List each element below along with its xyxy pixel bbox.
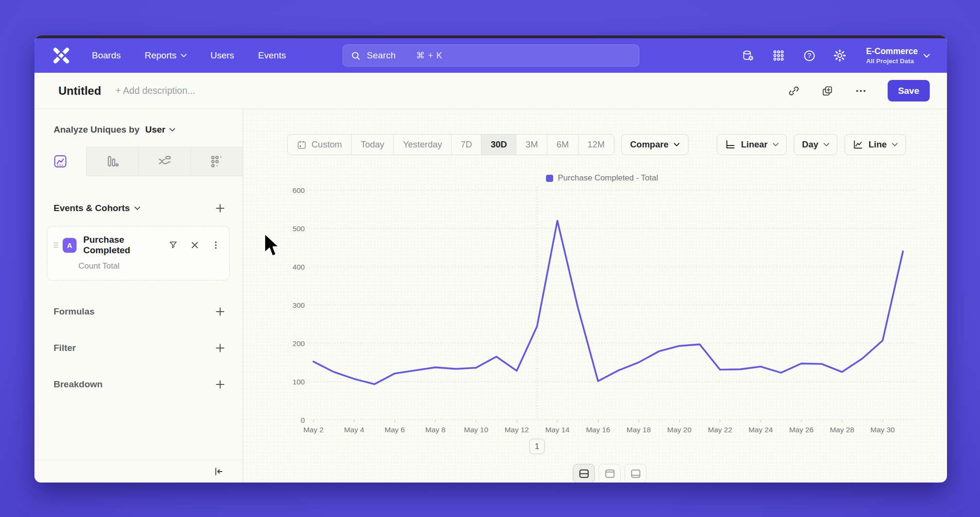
range-6m[interactable]: 6M — [547, 135, 578, 155]
range-label: 12M — [588, 139, 605, 150]
analyze-value-label: User — [145, 124, 166, 135]
search-bar[interactable]: ⌘ + K — [343, 45, 639, 67]
range-7d[interactable]: 7D — [451, 135, 481, 155]
line-chart[interactable]: 0100200300400500600May 2May 4May 6May 8M… — [281, 184, 947, 461]
top-panel-icon[interactable] — [599, 464, 621, 483]
nav-item-label: Reports — [145, 50, 177, 61]
data-icon[interactable] — [740, 47, 756, 64]
events-cohorts-title[interactable]: Events & Cohorts — [54, 203, 140, 214]
add-filter-button[interactable] — [215, 343, 225, 353]
tab-retention[interactable] — [190, 146, 243, 176]
chevron-down-icon — [134, 206, 140, 210]
help-icon[interactable]: ? — [801, 47, 817, 64]
range-custom[interactable]: Custom — [288, 135, 351, 155]
top-nav: Boards Reports Users Events ⌘ + K — [34, 38, 947, 73]
report-type-tabs — [34, 146, 243, 176]
range-30d[interactable]: 30D — [481, 135, 516, 155]
svg-text:May 26: May 26 — [789, 426, 813, 434]
tab-funnels[interactable] — [86, 146, 138, 176]
chevron-down-icon — [924, 54, 930, 58]
interval-selector[interactable]: Day — [794, 134, 837, 155]
kebab-icon[interactable] — [211, 240, 221, 250]
query-sidebar: Analyze Uniques by User — [34, 109, 243, 483]
mixpanel-logo[interactable] — [52, 46, 71, 65]
bottom-panel-icon[interactable] — [624, 464, 646, 483]
plus-icon — [215, 306, 225, 317]
events-cohorts-header: Events & Cohorts — [34, 203, 243, 214]
settings-gear-icon[interactable] — [832, 47, 848, 64]
range-today[interactable]: Today — [351, 135, 393, 155]
formulas-header: Formulas — [34, 306, 243, 317]
apps-grid-icon[interactable] — [770, 47, 787, 64]
svg-text:100: 100 — [292, 378, 305, 386]
project-scope: All Project Data — [866, 57, 918, 65]
analyze-uniques-selector[interactable]: Analyze Uniques by User — [34, 109, 243, 146]
event-name[interactable]: Purchase Completed — [83, 235, 168, 256]
chevron-down-icon — [674, 143, 679, 146]
add-breakdown-button[interactable] — [215, 379, 225, 390]
analyze-value[interactable]: User — [145, 124, 175, 135]
range-label: Yesterday — [403, 139, 442, 150]
nav-item-boards[interactable]: Boards — [92, 50, 121, 61]
svg-text:0: 0 — [301, 416, 305, 424]
flows-tab-icon — [157, 154, 172, 169]
save-button[interactable]: Save — [888, 80, 930, 101]
link-icon[interactable] — [784, 81, 803, 101]
nav-item-users[interactable]: Users — [211, 50, 234, 61]
app-window: Boards Reports Users Events ⌘ + K — [34, 35, 947, 483]
duplicate-icon[interactable] — [818, 81, 837, 101]
split-horizontal-icon[interactable] — [573, 464, 595, 483]
range-label: Custom — [312, 139, 342, 150]
chart-toolbar: Custom Today Yesterday 7D 30D 3M 6M 12M … — [287, 134, 906, 155]
event-letter-badge: A — [63, 238, 77, 253]
svg-text:May 24: May 24 — [748, 426, 773, 434]
add-description[interactable]: + Add description... — [115, 85, 195, 96]
chart-type-selector[interactable]: Line — [845, 134, 906, 155]
filter-funnel-icon[interactable] — [168, 240, 178, 250]
collapse-sidebar-icon[interactable] — [213, 466, 224, 477]
range-label: 7D — [461, 139, 472, 150]
chart-type-label: Line — [869, 139, 887, 150]
event-row-purchase-completed[interactable]: A Purchase Completed Count T — [47, 226, 230, 281]
plus-icon — [215, 203, 225, 214]
nav-item-reports[interactable]: Reports — [145, 50, 187, 61]
svg-text:May 8: May 8 — [425, 426, 445, 434]
event-measurement[interactable]: Count Total — [78, 261, 221, 271]
project-name: E-Commerce — [866, 46, 918, 56]
range-3m[interactable]: 3M — [516, 135, 547, 155]
drag-handle-icon[interactable] — [53, 242, 59, 248]
tab-flows[interactable] — [138, 146, 190, 176]
insights-tab-icon — [53, 154, 67, 169]
svg-text:1: 1 — [535, 442, 539, 451]
search-icon — [351, 51, 361, 61]
line-chart-icon — [853, 139, 863, 150]
range-label: 30D — [490, 139, 507, 150]
range-yesterday[interactable]: Yesterday — [393, 135, 451, 155]
nav-item-label: Users — [211, 50, 234, 61]
svg-text:May 30: May 30 — [870, 426, 895, 434]
add-event-button[interactable] — [215, 203, 225, 214]
scale-selector[interactable]: Linear — [717, 134, 787, 155]
search-input[interactable] — [367, 50, 410, 61]
chart-svg: 0100200300400500600May 2May 4May 6May 8M… — [281, 184, 923, 459]
close-icon[interactable] — [190, 240, 200, 250]
svg-text:May 14: May 14 — [545, 426, 569, 434]
nav-item-events[interactable]: Events — [258, 50, 286, 61]
range-12m[interactable]: 12M — [578, 135, 614, 155]
tab-insights[interactable] — [34, 146, 86, 176]
plus-icon — [215, 379, 225, 390]
project-switcher[interactable]: E-Commerce All Project Data — [866, 46, 930, 65]
plus-icon — [215, 343, 225, 353]
filter-header: Filter — [34, 343, 243, 353]
range-label: 3M — [525, 139, 538, 150]
svg-text:?: ? — [807, 52, 811, 59]
report-title[interactable]: Untitled — [58, 84, 101, 98]
svg-text:May 12: May 12 — [504, 426, 529, 434]
svg-text:400: 400 — [292, 263, 305, 271]
ellipsis-icon[interactable] — [851, 81, 870, 101]
compare-button[interactable]: Compare — [621, 134, 689, 155]
range-label: 6M — [557, 139, 569, 150]
add-formula-button[interactable] — [215, 306, 225, 317]
interval-label: Day — [802, 139, 818, 150]
svg-text:600: 600 — [292, 186, 305, 194]
